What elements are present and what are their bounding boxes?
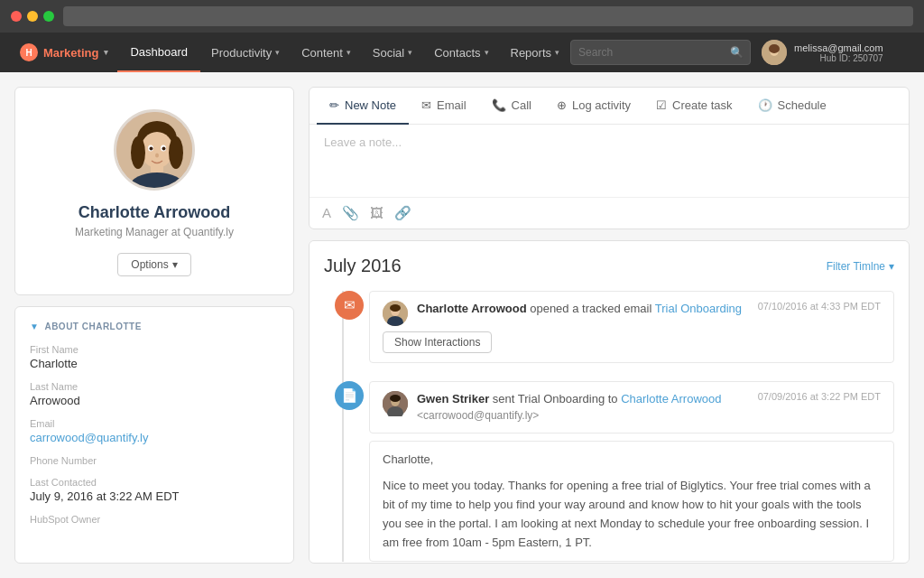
svg-point-8 xyxy=(131,136,145,169)
create-task-icon: ☑ xyxy=(656,98,667,112)
minimize-dot[interactable] xyxy=(27,11,38,22)
tab-log-activity-label: Log activity xyxy=(572,98,631,112)
left-panel: Charlotte Arrowood Marketing Manager at … xyxy=(14,87,294,564)
event-text: Charlotte Arrowood opened a tracked emai… xyxy=(417,301,749,317)
content-label: Content xyxy=(301,46,343,60)
tab-schedule-label: Schedule xyxy=(778,98,827,112)
nav-marketing-label: Marketing xyxy=(43,46,98,60)
event-text-2: Gwen Striker sent Trial Onboarding to Ch… xyxy=(417,391,749,424)
nav-productivity[interactable]: Productivity ▾ xyxy=(200,33,291,72)
field-last-name: Last Name Arrowood xyxy=(30,381,279,407)
avatar xyxy=(762,40,787,65)
contacts-chevron-icon: ▾ xyxy=(485,48,489,57)
browser-window-controls xyxy=(11,11,54,22)
timeline-item: 📄 xyxy=(369,381,894,562)
about-header: ▼ ABOUT CHARLOTTE xyxy=(30,322,279,331)
tab-new-note[interactable]: ✏ New Note xyxy=(317,88,409,125)
field-first-name: First Name Charlotte xyxy=(30,344,279,370)
nav-content[interactable]: Content ▾ xyxy=(291,33,362,72)
activity-tabs: ✏ New Note ✉ Email 📞 Call ⊕ Log activity… xyxy=(310,88,909,125)
timeline-filter-button[interactable]: Filter Timlne ▾ xyxy=(827,260,894,273)
event-header-2: Gwen Striker sent Trial Onboarding to Ch… xyxy=(383,391,881,424)
maximize-dot[interactable] xyxy=(43,11,54,22)
phone-label: Phone Number xyxy=(30,455,279,466)
email-dot-icon: ✉ xyxy=(344,297,356,313)
event-link-2[interactable]: Charlotte Arrowood xyxy=(621,392,721,406)
field-phone: Phone Number xyxy=(30,455,279,466)
nav-reports[interactable]: Reports ▾ xyxy=(500,33,571,72)
svg-point-19 xyxy=(390,304,401,312)
note-toolbar: A 📎 🖼 🔗 xyxy=(310,197,909,228)
event-sub-text: <carrowood@quantify.ly> xyxy=(417,409,539,422)
hubspot-owner-label: HubSpot Owner xyxy=(30,514,279,525)
call-icon: 📞 xyxy=(492,98,506,112)
image-icon[interactable]: 🖼 xyxy=(370,205,383,221)
productivity-label: Productivity xyxy=(211,46,272,60)
email-value[interactable]: carrowood@quantify.ly xyxy=(30,431,279,444)
tab-new-note-label: New Note xyxy=(345,98,396,112)
dashboard-label: Dashboard xyxy=(130,45,188,59)
social-chevron-icon: ▾ xyxy=(408,48,412,57)
user-email: melissa@gmail.com xyxy=(794,42,883,53)
document-event-dot: 📄 xyxy=(335,381,364,410)
attachment-icon[interactable]: 📎 xyxy=(342,205,359,221)
about-card: ▼ ABOUT CHARLOTTE First Name Charlotte L… xyxy=(14,306,294,564)
tab-create-task[interactable]: ☑ Create task xyxy=(643,88,744,125)
timeline-section: July 2016 Filter Timlne ▾ ✉ xyxy=(309,240,910,564)
timeline-header: July 2016 Filter Timlne ▾ xyxy=(324,256,894,276)
tab-email-label: Email xyxy=(437,98,467,112)
nav-contacts[interactable]: Contacts ▾ xyxy=(423,33,499,72)
link-icon[interactable]: 🔗 xyxy=(394,205,411,221)
timeline-month: July 2016 xyxy=(324,256,402,276)
first-name-label: First Name xyxy=(30,344,279,355)
event-avatar-charlotte xyxy=(383,301,408,326)
search-icon: 🔍 xyxy=(730,46,744,59)
svg-point-16 xyxy=(155,154,159,158)
nav-dashboard[interactable]: Dashboard xyxy=(117,33,200,72)
navbar: H Marketing ▾ Dashboard Productivity ▾ C… xyxy=(0,33,924,72)
field-last-contacted: Last Contacted July 9, 2016 at 3:22 AM E… xyxy=(30,477,279,503)
profile-name: Charlotte Arrowood xyxy=(79,203,230,222)
text-format-icon[interactable]: A xyxy=(322,205,331,221)
contacts-label: Contacts xyxy=(434,46,480,60)
last-contacted-value: July 9, 2016 at 3:22 AM EDT xyxy=(30,489,279,503)
search-input[interactable] xyxy=(570,40,751,65)
marketing-chevron-icon: ▾ xyxy=(104,48,108,57)
note-card: ✏ New Note ✉ Email 📞 Call ⊕ Log activity… xyxy=(309,87,910,229)
tab-call[interactable]: 📞 Call xyxy=(479,88,544,125)
show-interactions-label: Show Interactions xyxy=(394,336,480,349)
reports-chevron-icon: ▾ xyxy=(555,48,559,57)
document-dot-icon: 📄 xyxy=(341,387,358,404)
event-timestamp-2: 07/09/2016 at 3:22 PM EDT xyxy=(758,391,881,402)
show-interactions-button[interactable]: Show Interactions xyxy=(383,331,492,353)
event-actor-name: Charlotte Arrowood xyxy=(417,302,527,315)
email-icon: ✉ xyxy=(421,98,431,112)
last-name-label: Last Name xyxy=(30,381,279,392)
nav-user[interactable]: melissa@gmail.com Hub ID: 250707 xyxy=(751,40,894,65)
nav-logo[interactable]: H Marketing ▾ xyxy=(11,43,117,61)
hubspot-icon: H xyxy=(20,43,38,61)
tab-email[interactable]: ✉ Email xyxy=(409,88,479,125)
tab-schedule[interactable]: 🕐 Schedule xyxy=(745,88,839,125)
event-timestamp: 07/10/2016 at 4:33 PM EDT xyxy=(758,301,881,312)
tab-log-activity[interactable]: ⊕ Log activity xyxy=(544,88,643,125)
event-link[interactable]: Trial Onboarding xyxy=(655,302,742,315)
email-body-text: Nice to meet you today. Thanks for openi… xyxy=(383,477,881,552)
email-preview: Charlotte, Nice to meet you today. Thank… xyxy=(369,441,894,562)
profile-title: Marketing Manager at Quantify.ly xyxy=(75,226,234,238)
filter-label: Filter Timlne xyxy=(827,260,885,273)
profile-avatar xyxy=(114,109,195,191)
url-bar[interactable] xyxy=(63,6,913,26)
right-panel: ✏ New Note ✉ Email 📞 Call ⊕ Log activity… xyxy=(309,87,910,564)
profile-card: Charlotte Arrowood Marketing Manager at … xyxy=(14,87,294,295)
options-button[interactable]: Options ▾ xyxy=(117,253,190,276)
svg-point-9 xyxy=(169,136,183,169)
nav-social[interactable]: Social ▾ xyxy=(362,33,423,72)
reports-label: Reports xyxy=(511,46,552,60)
log-activity-icon: ⊕ xyxy=(557,98,567,112)
filter-chevron-icon: ▾ xyxy=(889,260,894,273)
note-area[interactable]: Leave a note... xyxy=(310,125,909,197)
timeline-event-document: Gwen Striker sent Trial Onboarding to Ch… xyxy=(369,381,894,434)
close-dot[interactable] xyxy=(11,11,22,22)
about-header-text: ABOUT CHARLOTTE xyxy=(44,322,142,331)
